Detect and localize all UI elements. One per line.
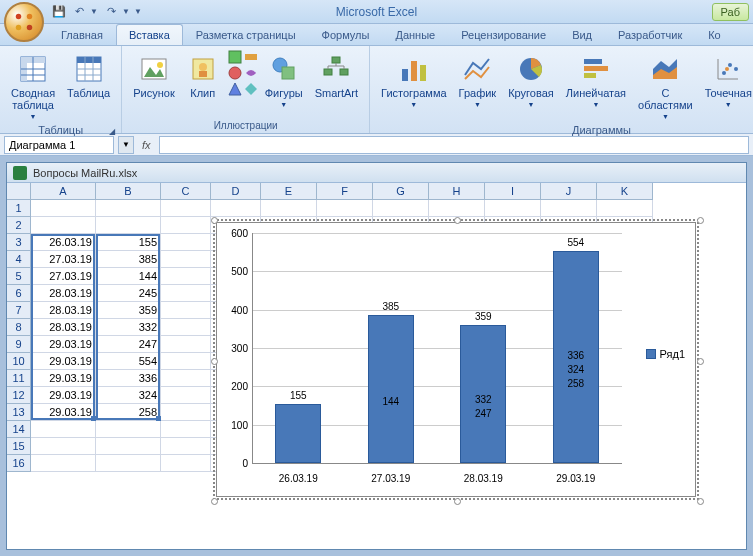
cell[interactable]	[161, 200, 211, 217]
cell[interactable]	[161, 421, 211, 438]
chart-bar[interactable]	[275, 404, 321, 463]
column-header[interactable]: I	[485, 183, 541, 200]
redo-icon[interactable]: ↷	[102, 3, 120, 21]
column-header[interactable]: H	[429, 183, 485, 200]
row-header[interactable]: 6	[7, 285, 31, 302]
row-header[interactable]: 4	[7, 251, 31, 268]
redo-dropdown[interactable]: ▼	[122, 7, 132, 16]
launcher-icon[interactable]: ◢	[109, 127, 115, 136]
shapes-button[interactable]: Фигуры ▼	[260, 50, 308, 111]
cell[interactable]: 29.03.19	[31, 404, 96, 421]
row-header[interactable]: 11	[7, 370, 31, 387]
cell[interactable]	[373, 200, 429, 217]
cell[interactable]	[161, 251, 211, 268]
cell[interactable]	[161, 438, 211, 455]
cell[interactable]	[541, 200, 597, 217]
cell[interactable]	[31, 217, 96, 234]
cell[interactable]	[96, 438, 161, 455]
shape6-icon[interactable]	[244, 82, 258, 96]
cell[interactable]: 29.03.19	[31, 387, 96, 404]
chart-resize-handle[interactable]	[697, 217, 704, 224]
tab-вставка[interactable]: Вставка	[116, 24, 183, 45]
cell[interactable]	[261, 200, 317, 217]
cell[interactable]	[161, 387, 211, 404]
chart-plot-area[interactable]: 010020030040050060015526.03.1938514427.0…	[252, 233, 622, 463]
row-header[interactable]: 15	[7, 438, 31, 455]
row-header[interactable]: 14	[7, 421, 31, 438]
tab-рецензирование[interactable]: Рецензирование	[448, 24, 559, 45]
chart-bar[interactable]	[368, 315, 414, 463]
column-chart-button[interactable]: Гистограмма ▼	[376, 50, 452, 111]
tab-формулы[interactable]: Формулы	[309, 24, 383, 45]
column-header[interactable]: F	[317, 183, 373, 200]
row-header[interactable]: 1	[7, 200, 31, 217]
column-header[interactable]: E	[261, 183, 317, 200]
cell[interactable]: 28.03.19	[31, 285, 96, 302]
cell[interactable]	[429, 200, 485, 217]
row-header[interactable]: 3	[7, 234, 31, 251]
cell[interactable]	[161, 268, 211, 285]
pivot-table-button[interactable]: Сводная таблица ▼	[6, 50, 60, 123]
cell[interactable]: 332	[96, 319, 161, 336]
chart-object[interactable]: 010020030040050060015526.03.1938514427.0…	[216, 222, 696, 497]
cell[interactable]	[31, 455, 96, 472]
chart-resize-handle[interactable]	[697, 498, 704, 505]
cell[interactable]: 28.03.19	[31, 319, 96, 336]
cell[interactable]: 26.03.19	[31, 234, 96, 251]
office-button[interactable]	[4, 2, 44, 42]
cell[interactable]	[96, 200, 161, 217]
tab-данные[interactable]: Данные	[382, 24, 448, 45]
row-header[interactable]: 16	[7, 455, 31, 472]
cell[interactable]: 359	[96, 302, 161, 319]
cell[interactable]	[597, 200, 653, 217]
column-header[interactable]: J	[541, 183, 597, 200]
row-header[interactable]: 9	[7, 336, 31, 353]
cell[interactable]: 28.03.19	[31, 302, 96, 319]
cell[interactable]	[161, 302, 211, 319]
row-header[interactable]: 5	[7, 268, 31, 285]
column-header[interactable]: C	[161, 183, 211, 200]
cell[interactable]: 29.03.19	[31, 353, 96, 370]
workbook-titlebar[interactable]: Вопросы MailRu.xlsx	[7, 163, 746, 183]
picture-button[interactable]: Рисунок	[128, 50, 180, 102]
row-header[interactable]: 7	[7, 302, 31, 319]
cell[interactable]: 247	[96, 336, 161, 353]
cell[interactable]	[485, 200, 541, 217]
tab-ко[interactable]: Ко	[695, 24, 734, 45]
cell[interactable]: 29.03.19	[31, 336, 96, 353]
cell[interactable]	[161, 455, 211, 472]
smartart-button[interactable]: SmartArt	[310, 50, 363, 102]
clip-button[interactable]: Клип	[182, 50, 224, 102]
area-chart-button[interactable]: С областями ▼	[633, 50, 698, 123]
qat-customize[interactable]: ▼	[134, 7, 144, 16]
shape4-icon[interactable]	[244, 50, 258, 64]
row-header[interactable]: 12	[7, 387, 31, 404]
cell[interactable]	[31, 438, 96, 455]
chart-resize-handle[interactable]	[211, 498, 218, 505]
chart-resize-handle[interactable]	[454, 498, 461, 505]
column-header[interactable]: B	[96, 183, 161, 200]
column-header[interactable]: D	[211, 183, 261, 200]
cell[interactable]	[161, 353, 211, 370]
cell[interactable]: 324	[96, 387, 161, 404]
rab-button[interactable]: Раб	[712, 3, 749, 21]
cell[interactable]	[161, 336, 211, 353]
cell[interactable]: 144	[96, 268, 161, 285]
bar-chart-button[interactable]: Линейчатая ▼	[561, 50, 631, 111]
cell[interactable]	[161, 217, 211, 234]
shape5-icon[interactable]	[244, 66, 258, 80]
cell[interactable]	[96, 217, 161, 234]
name-box[interactable]: Диаграмма 1	[4, 136, 114, 154]
cell[interactable]: 155	[96, 234, 161, 251]
tab-разработчик[interactable]: Разработчик	[605, 24, 695, 45]
cell[interactable]	[317, 200, 373, 217]
cell[interactable]	[161, 319, 211, 336]
column-header[interactable]: K	[597, 183, 653, 200]
name-box-dropdown[interactable]: ▼	[118, 136, 134, 154]
cell[interactable]	[31, 421, 96, 438]
cell[interactable]	[96, 455, 161, 472]
table-button[interactable]: Таблица	[62, 50, 115, 102]
column-header[interactable]: G	[373, 183, 429, 200]
undo-dropdown[interactable]: ▼	[90, 7, 100, 16]
scatter-chart-button[interactable]: Точечная ▼	[700, 50, 753, 111]
